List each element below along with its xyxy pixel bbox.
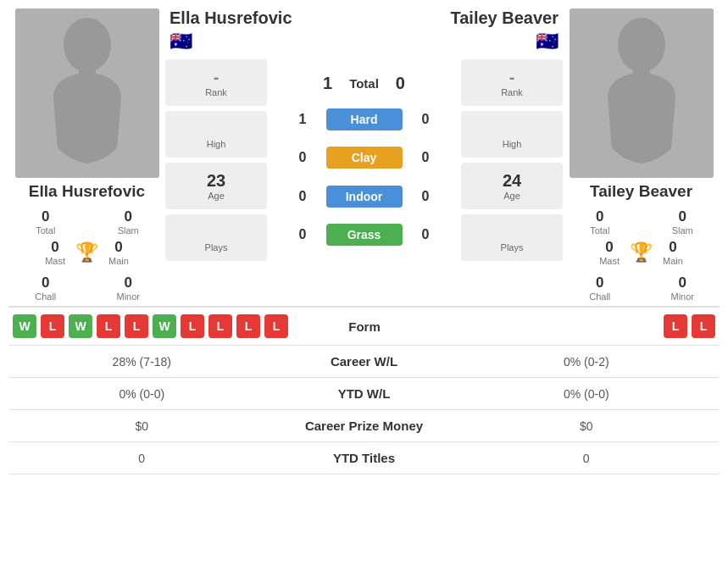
career-wl-right: 0% (0-2) [458, 355, 716, 369]
right-name-header: Tailey Beaver 🇦🇺 [451, 8, 564, 53]
hard-score-right: 0 [415, 112, 436, 127]
ytd-wl-right: 0% (0-0) [458, 387, 716, 401]
left-trophy-row: 0 Mast 🏆 0 Main [45, 239, 129, 266]
hard-score-left: 1 [292, 112, 314, 127]
main-container: Ella Husrefovic 0 Total 0 Slam 0 Mast 🏆 [0, 0, 728, 483]
indoor-btn: Indoor [326, 186, 403, 208]
grass-score-right: 0 [415, 227, 436, 242]
clay-score-left: 0 [292, 150, 314, 165]
form-badge-left: L [41, 314, 64, 338]
top-area: Ella Husrefovic 0 Total 0 Slam 0 Mast 🏆 [8, 8, 720, 302]
right-player-name: Tailey Beaver [590, 182, 692, 201]
right-player-stats: 0 Total 0 Slam [563, 208, 720, 236]
clay-score-right: 0 [415, 150, 436, 165]
form-left: WLWLLWLLLL [8, 314, 288, 338]
right-slam-stat: 0 Slam [646, 208, 720, 236]
right-minor-stat: 0 Minor [646, 275, 720, 302]
career-prize-right: $0 [458, 419, 716, 433]
form-badge-left: L [97, 314, 120, 338]
right-trophy-icon: 🏆 [630, 241, 653, 264]
ytd-wl-label: YTD W/L [271, 386, 458, 401]
left-name-header: Ella Husrefovic 🇦🇺 [165, 8, 292, 53]
left-flag: 🇦🇺 [169, 31, 292, 53]
left-player-area: Ella Husrefovic 0 Total 0 Slam 0 Mast 🏆 [8, 8, 165, 302]
form-right: LL [441, 314, 720, 338]
form-badge-left: W [69, 314, 92, 338]
left-name-display: Ella Husrefovic [169, 8, 292, 28]
indoor-score-right: 0 [415, 189, 436, 204]
right-flag: 🇦🇺 [451, 31, 559, 53]
right-plays-card: Plays [461, 214, 563, 261]
left-total-stat: 0 Total [8, 208, 83, 236]
left-player-name: Ella Husrefovic [29, 182, 145, 201]
career-prize-left: $0 [13, 419, 271, 433]
left-plays-card: Plays [165, 214, 267, 261]
indoor-score-left: 0 [292, 189, 314, 204]
ytd-titles-right: 0 [458, 452, 716, 465]
career-prize-label: Career Prize Money [271, 419, 458, 433]
left-rank-card: - Rank [165, 59, 267, 106]
form-badge-left: L [125, 314, 148, 338]
hard-btn: Hard [326, 108, 403, 130]
total-score-left: 1 [323, 74, 332, 93]
ytd-titles-label: YTD Titles [271, 451, 458, 465]
form-label: Form [288, 319, 441, 334]
left-main-stat: 0 Main [108, 239, 129, 266]
total-row: 1 Total 0 [274, 74, 454, 93]
grass-btn: Grass [326, 224, 403, 246]
ytd-titles-row: 0 YTD Titles 0 [8, 442, 720, 474]
career-prize-row: $0 Career Prize Money $0 [8, 410, 720, 442]
grass-score-left: 0 [292, 227, 314, 242]
left-player-photo [15, 8, 159, 178]
right-lower-stats: 0 Chall 0 Minor [563, 275, 720, 302]
ytd-wl-left: 0% (0-0) [13, 387, 271, 401]
right-mast-stat: 0 Mast [599, 239, 620, 266]
indoor-row: 0 Indoor 0 [292, 186, 436, 208]
clay-row: 0 Clay 0 [292, 147, 436, 169]
right-name-display: Tailey Beaver [451, 8, 559, 28]
ytd-titles-left: 0 [13, 452, 271, 465]
right-total-stat: 0 Total [563, 208, 637, 236]
left-trophy-icon: 🏆 [75, 241, 98, 264]
svg-point-0 [64, 18, 111, 72]
left-age-card: 23 Age [165, 163, 267, 209]
left-mast-stat: 0 Mast [45, 239, 65, 266]
total-label: Total [349, 76, 379, 91]
form-badge-right: L [692, 314, 715, 338]
right-player-photo [570, 8, 714, 178]
right-trophy-row: 0 Mast 🏆 0 Main [599, 239, 683, 266]
form-badge-left: W [13, 314, 36, 338]
form-badge-right: L [664, 314, 687, 338]
right-age-card: 24 Age [461, 163, 563, 209]
form-badge-left: L [208, 314, 232, 338]
form-badge-left: L [236, 314, 260, 338]
left-slam-stat: 0 Slam [92, 208, 166, 236]
svg-rect-3 [633, 69, 650, 79]
stats-rows: 28% (7-18) Career W/L 0% (0-2) 0% (0-0) … [8, 345, 720, 474]
career-wl-row: 28% (7-18) Career W/L 0% (0-2) [8, 346, 720, 378]
grass-row: 0 Grass 0 [292, 224, 436, 246]
right-main-stat: 0 Main [663, 239, 683, 266]
left-lower-stats: 0 Chall 0 Minor [8, 275, 165, 302]
form-section: WLWLLWLLLL Form LL [8, 306, 720, 338]
left-chall-stat: 0 Chall [8, 275, 83, 302]
form-badge-left: W [153, 314, 176, 338]
left-minor-stat: 0 Minor [92, 275, 166, 302]
right-rank-card: - Rank [461, 59, 563, 106]
hard-row: 1 Hard 0 [292, 108, 436, 130]
left-player-stats: 0 Total 0 Slam [8, 208, 165, 236]
svg-point-2 [618, 18, 665, 72]
clay-btn: Clay [326, 147, 403, 169]
left-high-card: High [165, 111, 267, 158]
right-high-card: High [461, 111, 563, 158]
career-wl-left: 28% (7-18) [13, 355, 271, 369]
form-badge-left: L [181, 314, 204, 338]
center-area: Ella Husrefovic 🇦🇺 Tailey Beaver 🇦🇺 - Ra… [165, 8, 563, 302]
right-player-area: Tailey Beaver 0 Total 0 Slam 0 Mast 🏆 [563, 8, 720, 302]
svg-rect-1 [79, 69, 96, 79]
form-badge-left: L [264, 314, 288, 338]
right-chall-stat: 0 Chall [563, 275, 637, 302]
ytd-wl-row: 0% (0-0) YTD W/L 0% (0-0) [8, 378, 720, 410]
career-wl-label: Career W/L [271, 354, 458, 369]
total-score-right: 0 [396, 74, 405, 93]
